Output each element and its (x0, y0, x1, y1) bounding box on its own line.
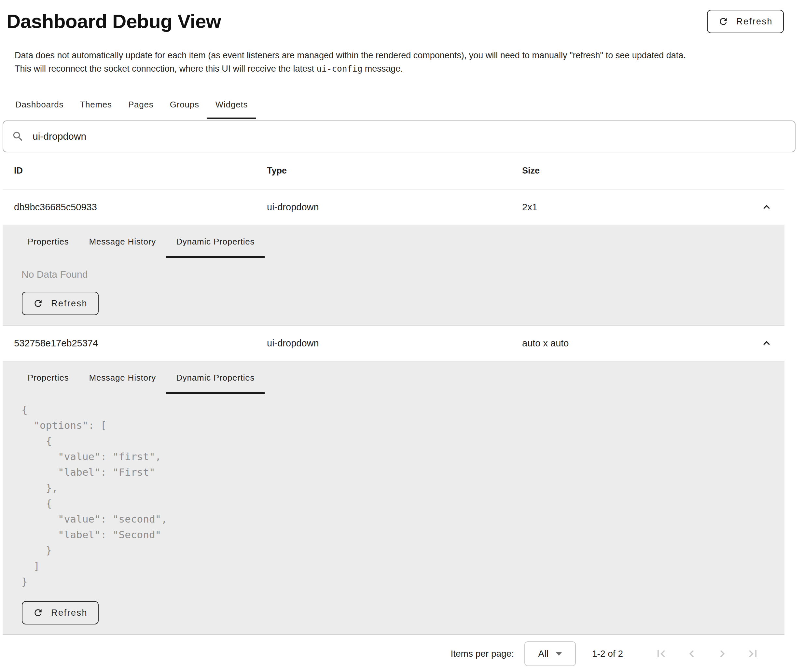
detail-tab-properties-label: Properties (28, 373, 69, 383)
panel-refresh-button-label: Refresh (51, 608, 88, 618)
table-header-row: ID Type Size (3, 152, 784, 190)
detail-tab-properties[interactable]: Properties (18, 361, 79, 394)
detail-tab-properties-label: Properties (28, 237, 69, 247)
tab-groups-label: Groups (170, 100, 199, 110)
collapse-row-button[interactable] (757, 334, 776, 352)
detail-tab-bar: Properties Message History Dynamic Prope… (3, 361, 784, 394)
panel-refresh-button[interactable]: Refresh (22, 601, 99, 625)
detail-tab-message-history-label: Message History (89, 373, 156, 383)
search-field (3, 121, 796, 152)
detail-tab-message-history[interactable]: Message History (79, 225, 166, 258)
refresh-icon (33, 608, 43, 618)
refresh-icon (718, 16, 729, 27)
cell-type: ui-dropdown (267, 202, 522, 213)
widgets-table: ID Type Size db9bc36685c50933 ui-dropdow… (3, 152, 784, 635)
row-detail-panel: Properties Message History Dynamic Prope… (3, 361, 784, 635)
column-header-type: Type (267, 166, 522, 176)
page-header: Dashboard Debug View Refresh (0, 0, 804, 33)
page-range-label: 1-2 of 2 (592, 649, 623, 659)
previous-page-button[interactable] (684, 646, 699, 662)
collapse-row-button[interactable] (757, 198, 776, 216)
refresh-button-label: Refresh (736, 16, 773, 27)
refresh-icon (33, 298, 43, 309)
detail-tab-dynamic-properties[interactable]: Dynamic Properties (166, 225, 265, 258)
cell-actions (748, 198, 784, 216)
table-row: db9bc36685c50933 ui-dropdown 2x1 (3, 190, 784, 225)
cell-id: db9bc36685c50933 (14, 202, 267, 213)
tab-themes[interactable]: Themes (72, 90, 120, 119)
column-header-id: ID (14, 166, 267, 176)
panel-refresh-button-label: Refresh (51, 299, 88, 309)
last-page-button[interactable] (745, 646, 761, 662)
page-size-value: All (538, 649, 549, 659)
description: Data does not automatically update for e… (15, 49, 784, 75)
search-icon (12, 130, 24, 142)
refresh-button[interactable]: Refresh (707, 10, 784, 33)
detail-tab-dynamic-properties-label: Dynamic Properties (176, 237, 255, 247)
cell-type: ui-dropdown (267, 338, 522, 349)
chevron-right-icon (715, 647, 729, 661)
cell-size: auto x auto (522, 338, 748, 349)
description-line-2-suffix: message. (362, 64, 403, 74)
description-line-1: Data does not automatically update for e… (15, 49, 784, 62)
cell-size: 2x1 (522, 202, 748, 213)
dynamic-properties-json: { "options": [ { "value": "first", "labe… (21, 402, 784, 589)
tab-pages-label: Pages (128, 100, 154, 110)
column-header-size: Size (522, 166, 748, 176)
description-line-2-code: ui-config (316, 64, 362, 74)
page-title: Dashboard Debug View (7, 10, 221, 33)
first-page-button[interactable] (653, 646, 669, 662)
row-detail-panel: Properties Message History Dynamic Prope… (3, 225, 784, 325)
table-row: 532758e17eb25374 ui-dropdown auto x auto (3, 325, 784, 361)
chevron-up-icon (760, 201, 773, 214)
detail-tab-message-history[interactable]: Message History (79, 361, 166, 394)
tab-dashboards[interactable]: Dashboards (7, 90, 72, 119)
cell-actions (748, 334, 784, 352)
main-tab-bar: Dashboards Themes Pages Groups Widgets (7, 90, 804, 119)
detail-tab-dynamic-properties-label: Dynamic Properties (176, 373, 255, 383)
paginator: Items per page: All 1-2 of 2 (0, 635, 804, 672)
next-page-button[interactable] (714, 646, 730, 662)
tab-widgets-label: Widgets (216, 100, 248, 110)
first-page-icon (654, 647, 668, 661)
panel-refresh-button[interactable]: Refresh (22, 292, 99, 315)
search-input[interactable] (32, 131, 786, 142)
tab-pages[interactable]: Pages (120, 90, 162, 119)
items-per-page-label: Items per page: (451, 649, 514, 659)
detail-tab-properties[interactable]: Properties (18, 225, 79, 258)
detail-tab-bar: Properties Message History Dynamic Prope… (3, 225, 784, 258)
tab-widgets[interactable]: Widgets (208, 90, 256, 119)
description-line-2: This will reconnect the socket connectio… (15, 62, 784, 75)
dashboard-debug-view: Dashboard Debug View Refresh Data does n… (0, 0, 804, 672)
chevron-left-icon (685, 647, 699, 661)
cell-id: 532758e17eb25374 (14, 338, 267, 349)
last-page-icon (746, 647, 760, 661)
detail-tab-message-history-label: Message History (89, 237, 156, 247)
chevron-up-icon (760, 337, 773, 350)
empty-state-message: No Data Found (21, 269, 784, 280)
dropdown-arrow-icon (556, 652, 562, 656)
tab-groups[interactable]: Groups (162, 90, 208, 119)
description-line-2-text: This will reconnect the socket connectio… (15, 64, 316, 74)
tab-dashboards-label: Dashboards (15, 100, 64, 110)
detail-tab-dynamic-properties[interactable]: Dynamic Properties (166, 361, 265, 394)
tab-themes-label: Themes (80, 100, 112, 110)
page-size-select[interactable]: All (525, 641, 576, 666)
